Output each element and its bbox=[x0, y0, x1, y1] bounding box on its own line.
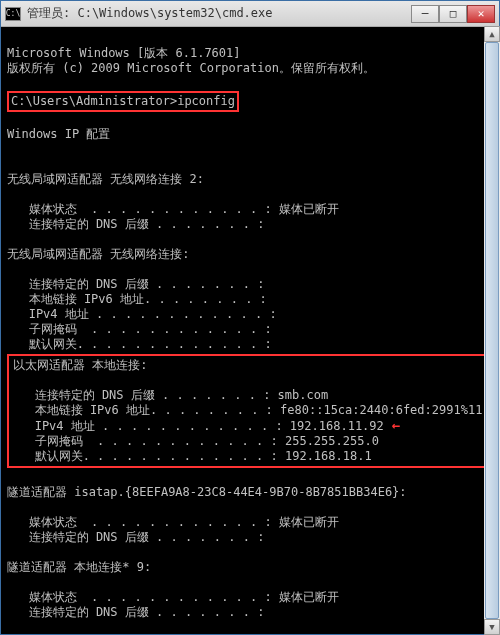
scroll-thumb[interactable] bbox=[485, 42, 499, 619]
adapter1-dns: 连接特定的 DNS 后缀 . . . . . . . : bbox=[7, 217, 264, 231]
vertical-scrollbar[interactable]: ▲ ▼ bbox=[484, 26, 500, 635]
adapter1-title: 无线局域网适配器 无线网络连接 2: bbox=[7, 172, 204, 186]
adapter2-title: 无线局域网适配器 无线网络连接: bbox=[7, 247, 189, 261]
adapter2-ipv4: IPv4 地址 . . . . . . . . . . . . : bbox=[7, 307, 277, 321]
adapter4-dns: 连接特定的 DNS 后缀 . . . . . . . : bbox=[7, 530, 264, 544]
terminal-output[interactable]: Microsoft Windows [版本 6.1.7601] 版权所有 (c)… bbox=[1, 27, 499, 634]
scroll-up-button[interactable]: ▲ bbox=[484, 26, 500, 42]
window-controls: ─ □ ✕ bbox=[411, 5, 495, 23]
adapter3-title: 以太网适配器 本地连接: bbox=[13, 358, 147, 372]
cmd-icon: C:\ bbox=[5, 7, 21, 21]
close-button[interactable]: ✕ bbox=[467, 5, 495, 23]
adapter5-dns: 连接特定的 DNS 后缀 . . . . . . . : bbox=[7, 605, 264, 619]
scroll-down-button[interactable]: ▼ bbox=[484, 619, 500, 635]
scroll-track[interactable] bbox=[484, 42, 500, 619]
cmd-window: C:\ 管理员: C:\Windows\system32\cmd.exe ─ □… bbox=[0, 0, 500, 635]
arrow-icon: ← bbox=[392, 417, 400, 433]
adapter5-title: 隧道适配器 本地连接* 9: bbox=[7, 560, 151, 574]
adapter3-gw: 默认网关. . . . . . . . . . . . . : 192.168.… bbox=[13, 449, 372, 463]
adapter2-mask: 子网掩码 . . . . . . . . . . . . : bbox=[7, 322, 272, 336]
version-line: Microsoft Windows [版本 6.1.7601] bbox=[7, 46, 241, 60]
adapter4-media: 媒体状态 . . . . . . . . . . . . : 媒体已断开 bbox=[7, 515, 339, 529]
adapter2-dns: 连接特定的 DNS 后缀 . . . . . . . : bbox=[7, 277, 264, 291]
ipconfig-command: ipconfig bbox=[177, 94, 235, 108]
ethernet-highlight-box: 以太网适配器 本地连接: 连接特定的 DNS 后缀 . . . . . . . … bbox=[7, 354, 493, 468]
maximize-button[interactable]: □ bbox=[439, 5, 467, 23]
command-highlight: C:\Users\Administrator>ipconfig bbox=[7, 91, 239, 112]
titlebar[interactable]: C:\ 管理员: C:\Windows\system32\cmd.exe ─ □… bbox=[1, 1, 499, 27]
adapter5-media: 媒体状态 . . . . . . . . . . . . : 媒体已断开 bbox=[7, 590, 339, 604]
prompt-path: C:\Users\Administrator> bbox=[11, 94, 177, 108]
ipconfig-header: Windows IP 配置 bbox=[7, 127, 110, 141]
adapter3-dns: 连接特定的 DNS 后缀 . . . . . . . : smb.com bbox=[13, 388, 328, 402]
adapter4-title: 隧道适配器 isatap.{8EEFA9A8-23C8-44E4-9B70-8B… bbox=[7, 485, 407, 499]
adapter2-gw: 默认网关. . . . . . . . . . . . . : bbox=[7, 337, 272, 351]
adapter3-ipv4: IPv4 地址 . . . . . . . . . . . . : 192.16… bbox=[13, 419, 384, 433]
adapter3-mask: 子网掩码 . . . . . . . . . . . . : 255.255.2… bbox=[13, 434, 379, 448]
minimize-button[interactable]: ─ bbox=[411, 5, 439, 23]
copyright-line: 版权所有 (c) 2009 Microsoft Corporation。保留所有… bbox=[7, 61, 375, 75]
adapter3-ipv6: 本地链接 IPv6 地址. . . . . . . . : fe80::15ca… bbox=[13, 403, 482, 417]
window-title: 管理员: C:\Windows\system32\cmd.exe bbox=[27, 5, 411, 22]
adapter1-media: 媒体状态 . . . . . . . . . . . . : 媒体已断开 bbox=[7, 202, 339, 216]
adapter2-ipv6: 本地链接 IPv6 地址. . . . . . . . : bbox=[7, 292, 267, 306]
